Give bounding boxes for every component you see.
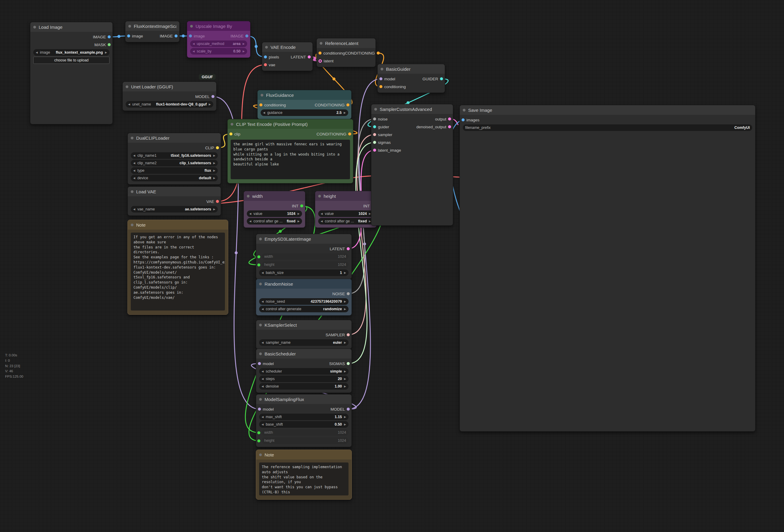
port-model-icon[interactable] bbox=[380, 77, 383, 80]
node-header[interactable]: Note bbox=[256, 450, 352, 460]
widget-clip-name1[interactable]: ◀clip_name1t5xxl_fp16.safetensors▶ bbox=[131, 152, 218, 159]
increment-arrow-icon[interactable]: ▶ bbox=[344, 370, 346, 373]
decrement-arrow-icon[interactable]: ◀ bbox=[320, 212, 323, 215]
port-clip-icon[interactable] bbox=[229, 132, 232, 136]
text-widget[interactable]: If you get an error in any of the nodes … bbox=[131, 233, 225, 311]
port-IMAGE-icon[interactable] bbox=[108, 35, 111, 38]
port-denoised_output-icon[interactable] bbox=[448, 125, 451, 128]
node-header[interactable]: DualCLIPLoader bbox=[128, 133, 221, 143]
increment-arrow-icon[interactable]: ▶ bbox=[298, 212, 300, 215]
widget-sampler-name[interactable]: ◀sampler_nameeuler▶ bbox=[259, 339, 348, 346]
node-random_noise[interactable]: RandomNoiseNOISE◀noise_seed4237571964200… bbox=[256, 279, 352, 316]
port-IMAGE-icon[interactable] bbox=[245, 34, 248, 37]
collapse-dot-icon[interactable] bbox=[259, 453, 262, 456]
decrement-arrow-icon[interactable]: ◀ bbox=[261, 342, 263, 344]
port-sigmas-icon[interactable] bbox=[373, 141, 376, 144]
node-header[interactable]: ReferenceLatent bbox=[317, 38, 375, 48]
increment-arrow-icon[interactable]: ▶ bbox=[344, 416, 346, 418]
increment-arrow-icon[interactable]: ▶ bbox=[213, 208, 215, 211]
collapse-dot-icon[interactable] bbox=[265, 46, 268, 49]
increment-arrow-icon[interactable]: ▶ bbox=[213, 162, 215, 165]
node-header[interactable]: BasicScheduler bbox=[256, 349, 352, 358]
port-vae-icon[interactable] bbox=[264, 63, 267, 66]
node-header[interactable]: CLIP Text Encode (Positive Prompt) bbox=[228, 119, 353, 129]
node-header[interactable]: Unet Loader (GGUF) bbox=[123, 82, 216, 91]
collapse-dot-icon[interactable] bbox=[259, 324, 262, 326]
port-sampler-icon[interactable] bbox=[373, 133, 376, 136]
text-widget[interactable]: The reference sampling implementation au… bbox=[259, 463, 348, 496]
port-LATENT-icon[interactable] bbox=[308, 55, 311, 58]
decrement-arrow-icon[interactable]: ◀ bbox=[133, 162, 135, 165]
decrement-arrow-icon[interactable]: ◀ bbox=[193, 50, 195, 53]
collapse-dot-icon[interactable] bbox=[259, 352, 262, 355]
widget-control-after-ge-[interactable]: ◀control after ge ...fixed▶ bbox=[247, 218, 302, 225]
widget-steps[interactable]: ◀steps20▶ bbox=[259, 376, 348, 382]
choose-file-button[interactable]: choose file to upload bbox=[33, 57, 110, 64]
widget-vae-name[interactable]: ◀vae_nameae.safetensors▶ bbox=[131, 206, 218, 212]
widget-value[interactable]: ◀value1024▶ bbox=[318, 210, 373, 217]
decrement-arrow-icon[interactable]: ◀ bbox=[133, 169, 135, 172]
decrement-arrow-icon[interactable]: ◀ bbox=[261, 416, 263, 418]
widget-denoise[interactable]: ◀denoise1.00▶ bbox=[259, 383, 348, 390]
decrement-arrow-icon[interactable]: ◀ bbox=[261, 300, 263, 303]
widget-scale-by[interactable]: ◀scale_by0.50▶ bbox=[190, 48, 247, 55]
node-width[interactable]: widthINT◀value1024▶◀control after ge ...… bbox=[244, 191, 305, 228]
port-images-icon[interactable] bbox=[461, 118, 465, 121]
decrement-arrow-icon[interactable]: ◀ bbox=[193, 42, 195, 45]
node-header[interactable]: RandomNoise bbox=[256, 279, 352, 289]
port-CONDITIONING-icon[interactable] bbox=[377, 52, 380, 55]
increment-arrow-icon[interactable]: ▶ bbox=[209, 103, 211, 106]
collapse-dot-icon[interactable] bbox=[259, 283, 262, 285]
node-empty_sd3[interactable]: EmptySD3LatentImageLATENTwidth1024height… bbox=[256, 234, 352, 279]
widget-scheduler[interactable]: ◀schedulersimple▶ bbox=[259, 368, 348, 375]
node-header[interactable]: FluxKontextImageScale bbox=[125, 21, 179, 31]
increment-arrow-icon[interactable]: ▶ bbox=[369, 212, 371, 215]
widget-control-after-generate[interactable]: ◀control after generaterandomize▶ bbox=[259, 306, 348, 312]
port-MODEL-icon[interactable] bbox=[347, 408, 350, 411]
widget-upscale-method[interactable]: ◀upscale_methodarea▶ bbox=[190, 40, 247, 47]
widget-filename-prefix[interactable]: filename_prefixComfyUI bbox=[463, 124, 752, 131]
increment-arrow-icon[interactable]: ▶ bbox=[344, 378, 346, 380]
widget-guidance[interactable]: ◀guidance2.5▶ bbox=[261, 109, 348, 116]
node-header[interactable]: FluxGuidance bbox=[258, 90, 351, 100]
widget-batch-size[interactable]: ◀batch_size1▶ bbox=[259, 269, 348, 276]
node-header[interactable]: VAE Encode bbox=[262, 42, 312, 52]
increment-arrow-icon[interactable]: ▶ bbox=[344, 423, 346, 426]
increment-arrow-icon[interactable]: ▶ bbox=[344, 342, 346, 344]
node-header[interactable]: ModelSamplingFlux bbox=[256, 394, 352, 404]
node-graph-canvas[interactable]: T: 0.00s I: 0 N: 23 [23] V: 46 FPS:125.0… bbox=[0, 0, 784, 532]
node-load_vae[interactable]: Load VAEVAE◀vae_nameae.safetensors▶ bbox=[128, 186, 221, 216]
collapse-dot-icon[interactable] bbox=[190, 25, 193, 28]
node-height[interactable]: heightINT◀value1024▶◀control after ge ..… bbox=[315, 191, 377, 228]
increment-arrow-icon[interactable]: ▶ bbox=[344, 308, 346, 311]
widget-image[interactable]: ◀imageflux_kontext_example.png▶ bbox=[33, 49, 110, 56]
node-header[interactable]: EmptySD3LatentImage bbox=[256, 234, 352, 244]
increment-arrow-icon[interactable]: ▶ bbox=[369, 220, 371, 223]
port-conditioning-icon[interactable] bbox=[318, 52, 321, 55]
port-MODEL-icon[interactable] bbox=[212, 95, 215, 98]
node-reference[interactable]: ReferenceLatentconditioningCONDITIONINGl… bbox=[316, 38, 376, 67]
port-INT-icon[interactable] bbox=[300, 204, 303, 207]
port-CLIP-icon[interactable] bbox=[216, 146, 219, 149]
node-header[interactable]: Load VAE bbox=[128, 187, 221, 196]
node-ksampler[interactable]: KSamplerSelectSAMPLER◀sampler_nameeuler▶ bbox=[256, 320, 352, 349]
node-save[interactable]: Save Imageimagesfilename_prefixComfyUI bbox=[459, 105, 756, 432]
decrement-arrow-icon[interactable]: ◀ bbox=[249, 212, 251, 215]
port-height_in-icon[interactable] bbox=[257, 439, 260, 442]
widget-clip-name2[interactable]: ◀clip_name2clip_l.safetensors▶ bbox=[131, 160, 218, 166]
collapse-dot-icon[interactable] bbox=[131, 224, 134, 226]
increment-arrow-icon[interactable]: ▶ bbox=[344, 112, 346, 114]
port-GUIDER-icon[interactable] bbox=[440, 77, 443, 80]
decrement-arrow-icon[interactable]: ◀ bbox=[263, 112, 265, 114]
increment-arrow-icon[interactable]: ▶ bbox=[298, 220, 300, 223]
widget-value[interactable]: ◀value1024▶ bbox=[247, 210, 302, 217]
increment-arrow-icon[interactable]: ▶ bbox=[344, 271, 346, 274]
node-note2[interactable]: NoteThe reference sampling implementatio… bbox=[256, 450, 352, 500]
node-model_sampling[interactable]: ModelSamplingFluxmodelMODEL◀max_shift1.1… bbox=[256, 394, 352, 447]
port-LATENT-icon[interactable] bbox=[347, 247, 350, 250]
port-pixels-icon[interactable] bbox=[264, 55, 267, 58]
increment-arrow-icon[interactable]: ▶ bbox=[344, 300, 346, 303]
node-header[interactable]: Load Image bbox=[30, 22, 112, 32]
collapse-dot-icon[interactable] bbox=[374, 108, 377, 111]
port-model-icon[interactable] bbox=[258, 408, 261, 411]
